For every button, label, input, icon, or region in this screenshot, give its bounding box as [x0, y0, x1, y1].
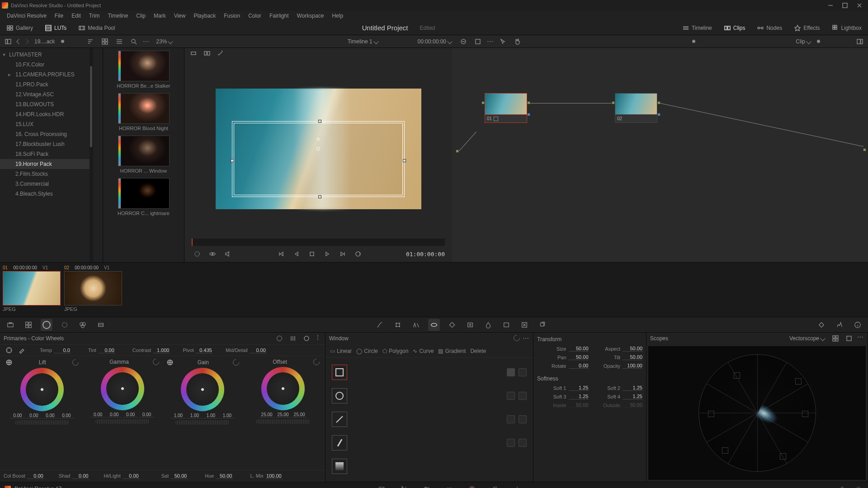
- settings-icon[interactable]: [830, 333, 841, 343]
- tree-item[interactable]: 18.SciFi Pack: [0, 149, 90, 159]
- rotate-value[interactable]: 0.00: [569, 363, 589, 369]
- md-value[interactable]: 0.00: [250, 347, 267, 353]
- clips-button[interactable]: Clips: [721, 23, 748, 33]
- grid-view-icon[interactable]: [99, 37, 110, 47]
- bypass-icon[interactable]: [458, 37, 469, 47]
- add-linear-button[interactable]: ▭ Linear: [330, 348, 352, 354]
- expand-icon[interactable]: [472, 37, 483, 47]
- minimize-button[interactable]: [824, 1, 837, 10]
- edit-page-icon[interactable]: [422, 484, 432, 488]
- node-02[interactable]: 02: [615, 93, 657, 123]
- shad-value[interactable]: 0.00: [72, 473, 89, 479]
- color-page-icon[interactable]: [467, 484, 477, 488]
- clip-thumb[interactable]: 01 00:00:00:00 V1 JPEG: [3, 264, 61, 315]
- input-port[interactable]: [456, 150, 459, 153]
- lut-thumb[interactable]: HORROR C... ightmare: [110, 178, 177, 216]
- clip-thumb[interactable]: 02 00:00:00:00 V1 JPEG: [64, 264, 123, 315]
- target-icon[interactable]: [166, 359, 174, 366]
- lift-jog[interactable]: [15, 420, 69, 425]
- more-icon[interactable]: ⋯: [487, 38, 494, 45]
- stop-icon[interactable]: [307, 249, 317, 259]
- effects-button[interactable]: Effects: [791, 23, 822, 33]
- zoom-dropdown[interactable]: 23%: [153, 38, 175, 46]
- gamma-jog[interactable]: [95, 419, 150, 424]
- loop-icon[interactable]: [353, 249, 363, 259]
- step-back-icon[interactable]: [291, 249, 302, 259]
- lmix-value[interactable]: 100.00: [265, 473, 283, 479]
- menu-item[interactable]: Clip: [133, 12, 149, 20]
- speaker-icon[interactable]: [222, 249, 233, 259]
- pivot-value[interactable]: 0.435: [196, 347, 213, 353]
- timeline-button[interactable]: Timeline: [679, 23, 715, 33]
- lightbox-button[interactable]: Lightbox: [829, 23, 864, 33]
- play-icon[interactable]: [322, 249, 333, 259]
- shape-item[interactable]: [330, 361, 528, 384]
- deliver-page-icon[interactable]: [512, 484, 522, 488]
- scopes-icon[interactable]: [834, 319, 845, 331]
- key-icon[interactable]: [500, 319, 512, 331]
- add-gradient-button[interactable]: ▨ Gradient: [438, 348, 466, 354]
- scrubber[interactable]: [192, 239, 445, 246]
- contrast-value[interactable]: 1.000: [153, 347, 170, 353]
- node-graph[interactable]: 01 02: [452, 48, 868, 262]
- sizing-icon[interactable]: [519, 319, 530, 331]
- wand-icon[interactable]: [215, 48, 226, 58]
- reset-icon[interactable]: [71, 358, 80, 367]
- tree-item[interactable]: 4.Bleach.Styles: [0, 189, 90, 199]
- node-01[interactable]: 01: [485, 93, 527, 123]
- mask-toggle[interactable]: [507, 415, 515, 423]
- search-icon[interactable]: [128, 37, 139, 47]
- preview-image[interactable]: [216, 89, 421, 209]
- lut-thumb[interactable]: HORROR Be...e Stalker: [110, 51, 177, 89]
- tree-item[interactable]: 12.Vintage.ASC: [0, 89, 90, 99]
- delete-button[interactable]: Delete: [470, 348, 486, 354]
- menu-item[interactable]: View: [171, 12, 189, 20]
- scope-mode-dropdown[interactable]: Vectorscope: [787, 333, 827, 343]
- timecode-field[interactable]: 00:00:00:00: [415, 38, 454, 46]
- tree-item[interactable]: 16. Cross Processing: [0, 129, 90, 139]
- tree-item[interactable]: 13.BLOWOUTS: [0, 99, 90, 109]
- gain-wheel[interactable]: [181, 368, 224, 411]
- tree-item[interactable]: 11.CAMERA.PROFILES: [0, 70, 90, 80]
- shape-item[interactable]: [330, 384, 528, 408]
- expand-icon[interactable]: [844, 333, 854, 343]
- maximize-button[interactable]: [838, 1, 852, 10]
- soft4-value[interactable]: 1.25: [623, 394, 642, 399]
- colboost-value[interactable]: 0.00: [27, 473, 44, 479]
- prev-clip-icon[interactable]: [276, 249, 287, 259]
- window-icon[interactable]: [428, 319, 440, 331]
- add-polygon-button[interactable]: ⬠ Polygon: [382, 348, 408, 354]
- nodes-button[interactable]: Nodes: [754, 23, 785, 33]
- camera-raw-icon[interactable]: [5, 319, 16, 331]
- menu-item[interactable]: Playback: [190, 12, 219, 20]
- info-icon[interactable]: [852, 319, 863, 331]
- 3d-icon[interactable]: [537, 319, 548, 331]
- soft3-value[interactable]: 1.25: [569, 394, 589, 399]
- gain-jog[interactable]: [175, 420, 230, 425]
- warper-icon[interactable]: [392, 319, 404, 331]
- more-icon[interactable]: ⋯: [857, 333, 864, 343]
- settings-icon[interactable]: [854, 484, 863, 488]
- menu-item[interactable]: Workspace: [294, 12, 327, 20]
- clip-dropdown[interactable]: Clip: [793, 38, 813, 46]
- pan-value[interactable]: 50.00: [569, 354, 589, 360]
- tint-value[interactable]: 0.00: [98, 347, 115, 353]
- reset-icon[interactable]: [151, 357, 160, 366]
- lift-wheel[interactable]: [20, 368, 64, 411]
- lut-thumb[interactable]: HORROR ... Window: [110, 136, 177, 174]
- mask-toggle[interactable]: [507, 392, 515, 400]
- next-clip-icon[interactable]: [337, 249, 348, 259]
- hdr-icon[interactable]: [59, 319, 71, 331]
- cut-page-icon[interactable]: [399, 484, 409, 488]
- wheels-icon[interactable]: [41, 319, 52, 331]
- menu-item[interactable]: Color: [245, 12, 264, 20]
- invert-toggle[interactable]: [519, 415, 527, 423]
- auto-balance-icon[interactable]: [4, 345, 14, 355]
- nav-fwd-icon[interactable]: [24, 39, 28, 44]
- home-icon[interactable]: [837, 484, 847, 488]
- close-button[interactable]: [853, 1, 866, 10]
- panel-toggle-icon[interactable]: [3, 37, 14, 47]
- qualifier-icon[interactable]: [410, 319, 422, 331]
- reset-icon[interactable]: [512, 333, 521, 343]
- blur-icon[interactable]: [482, 319, 494, 331]
